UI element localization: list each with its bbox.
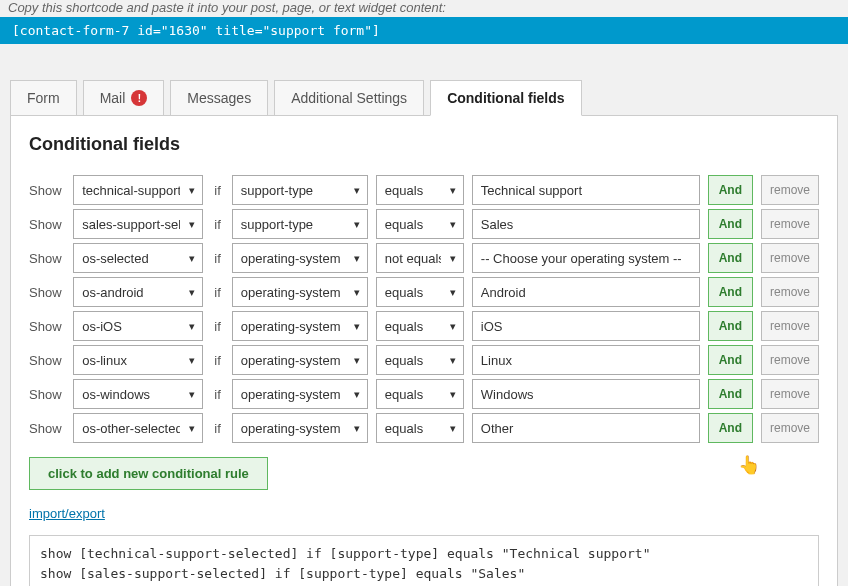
and-button[interactable]: And: [708, 277, 753, 307]
rule-row: Show technical-support if support-type e…: [29, 175, 819, 205]
value-input[interactable]: [472, 311, 700, 341]
tab-additional-settings[interactable]: Additional Settings: [274, 80, 424, 115]
tab-mail[interactable]: Mail !: [83, 80, 165, 115]
if-label: if: [211, 387, 224, 402]
conditional-fields-panel: Conditional fields Show technical-suppor…: [10, 115, 838, 586]
add-conditional-rule-button[interactable]: click to add new conditional rule: [29, 457, 268, 490]
and-button[interactable]: And: [708, 311, 753, 341]
show-label: Show: [29, 319, 65, 334]
remove-button[interactable]: remove: [761, 311, 819, 341]
and-button[interactable]: And: [708, 413, 753, 443]
show-label: Show: [29, 285, 65, 300]
field-select[interactable]: operating-system: [232, 345, 368, 375]
group-select[interactable]: os-linux: [73, 345, 203, 375]
show-label: Show: [29, 387, 65, 402]
operator-select[interactable]: equals: [376, 209, 464, 239]
group-select[interactable]: technical-support: [73, 175, 203, 205]
alert-icon: !: [131, 90, 147, 106]
import-export-link[interactable]: import/export: [29, 506, 105, 521]
value-input[interactable]: [472, 175, 700, 205]
value-input[interactable]: [472, 413, 700, 443]
section-title: Conditional fields: [29, 134, 819, 155]
operator-select[interactable]: equals: [376, 175, 464, 205]
field-select[interactable]: support-type: [232, 209, 368, 239]
value-input[interactable]: [472, 209, 700, 239]
field-select[interactable]: operating-system: [232, 413, 368, 443]
value-input[interactable]: [472, 379, 700, 409]
field-select[interactable]: support-type: [232, 175, 368, 205]
field-select[interactable]: operating-system: [232, 277, 368, 307]
remove-button[interactable]: remove: [761, 277, 819, 307]
show-label: Show: [29, 217, 65, 232]
operator-select[interactable]: equals: [376, 379, 464, 409]
and-button[interactable]: And: [708, 379, 753, 409]
show-label: Show: [29, 183, 65, 198]
if-label: if: [211, 353, 224, 368]
rule-row: Show sales-support-sel if support-type e…: [29, 209, 819, 239]
remove-button[interactable]: remove: [761, 379, 819, 409]
shortcode-bar[interactable]: [contact-form-7 id="1630" title="support…: [0, 17, 848, 44]
value-input[interactable]: [472, 345, 700, 375]
cursor-hand-icon: 👆: [738, 454, 760, 476]
tab-form[interactable]: Form: [10, 80, 77, 115]
tab-mail-label: Mail: [100, 90, 126, 106]
if-label: if: [211, 285, 224, 300]
show-label: Show: [29, 251, 65, 266]
field-select[interactable]: operating-system: [232, 379, 368, 409]
value-input[interactable]: [472, 277, 700, 307]
export-textarea[interactable]: show [technical-support-selected] if [su…: [29, 535, 819, 586]
field-select[interactable]: operating-system: [232, 311, 368, 341]
group-select[interactable]: os-windows: [73, 379, 203, 409]
if-label: if: [211, 217, 224, 232]
operator-select[interactable]: equals: [376, 311, 464, 341]
remove-button[interactable]: remove: [761, 175, 819, 205]
group-select[interactable]: os-selected: [73, 243, 203, 273]
field-select[interactable]: operating-system: [232, 243, 368, 273]
if-label: if: [211, 319, 224, 334]
remove-button[interactable]: remove: [761, 209, 819, 239]
if-label: if: [211, 183, 224, 198]
group-select[interactable]: os-iOS: [73, 311, 203, 341]
rule-row: Show os-iOS if operating-system equals A…: [29, 311, 819, 341]
rule-row: Show os-other-selected if operating-syst…: [29, 413, 819, 443]
if-label: if: [211, 251, 224, 266]
rule-row: Show os-linux if operating-system equals…: [29, 345, 819, 375]
remove-button[interactable]: remove: [761, 345, 819, 375]
remove-button[interactable]: remove: [761, 413, 819, 443]
group-select[interactable]: os-other-selected: [73, 413, 203, 443]
and-button[interactable]: And: [708, 209, 753, 239]
and-button[interactable]: And: [708, 243, 753, 273]
operator-select[interactable]: not equals: [376, 243, 464, 273]
rules-list: Show technical-support if support-type e…: [29, 175, 819, 443]
tab-conditional-fields[interactable]: Conditional fields: [430, 80, 581, 116]
operator-select[interactable]: equals: [376, 277, 464, 307]
rule-row: Show os-selected if operating-system not…: [29, 243, 819, 273]
group-select[interactable]: os-android: [73, 277, 203, 307]
and-button[interactable]: And: [708, 345, 753, 375]
and-button[interactable]: And: [708, 175, 753, 205]
shortcode-hint: Copy this shortcode and paste it into yo…: [0, 0, 848, 17]
if-label: if: [211, 421, 224, 436]
operator-select[interactable]: equals: [376, 345, 464, 375]
tab-messages[interactable]: Messages: [170, 80, 268, 115]
tabs: Form Mail ! Messages Additional Settings…: [10, 80, 848, 115]
show-label: Show: [29, 353, 65, 368]
show-label: Show: [29, 421, 65, 436]
rule-row: Show os-windows if operating-system equa…: [29, 379, 819, 409]
group-select[interactable]: sales-support-sel: [73, 209, 203, 239]
operator-select[interactable]: equals: [376, 413, 464, 443]
remove-button[interactable]: remove: [761, 243, 819, 273]
value-input[interactable]: [472, 243, 700, 273]
rule-row: Show os-android if operating-system equa…: [29, 277, 819, 307]
